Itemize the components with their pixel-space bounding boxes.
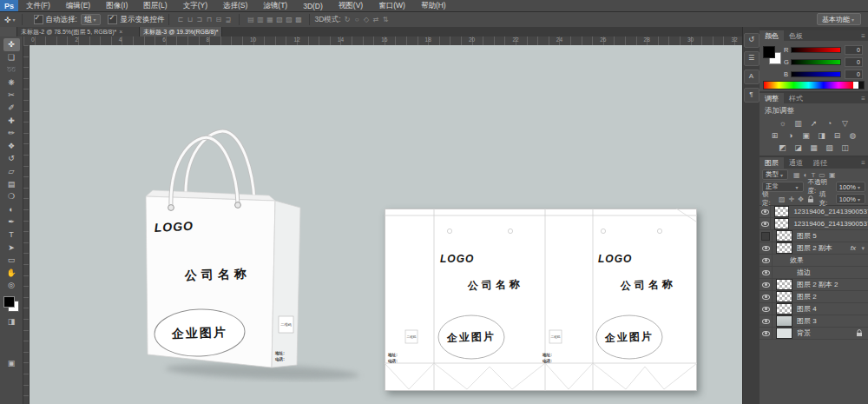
layer-thumbnail[interactable] <box>776 315 792 327</box>
filter-type-dropdown[interactable]: 类型 ▾ <box>762 169 788 180</box>
lasso-tool[interactable]: ➿ <box>3 63 20 76</box>
visibility-cell[interactable] <box>760 255 773 266</box>
auto-select-checkbox[interactable] <box>34 15 43 24</box>
layer-thumbnail[interactable] <box>776 303 792 315</box>
color-balance-icon[interactable]: ◑ <box>785 131 796 140</box>
distribute-right-icon[interactable]: ▩ <box>293 16 303 23</box>
eye-hidden-box[interactable] <box>761 232 770 241</box>
vertical-ruler[interactable] <box>23 45 30 404</box>
menu-item[interactable]: 编辑(E) <box>58 1 98 11</box>
eye-icon[interactable] <box>762 307 770 312</box>
menu-item[interactable]: 图层(L) <box>135 1 174 11</box>
eye-icon[interactable] <box>761 222 769 227</box>
menu-item[interactable]: 窗口(W) <box>371 1 413 11</box>
paragraph-panel-icon[interactable]: ¶ <box>744 88 760 103</box>
distribute-top-icon[interactable]: ▤ <box>246 16 255 23</box>
layer-thumbnail[interactable] <box>776 230 792 242</box>
eye-icon[interactable] <box>762 295 770 300</box>
threshold-icon[interactable]: ▦ <box>808 143 819 152</box>
layer-thumbnail[interactable] <box>774 206 789 217</box>
red-value-field[interactable]: 0 <box>845 45 863 55</box>
dodge-tool[interactable]: ◐ <box>3 203 20 216</box>
menu-item[interactable]: 视图(V) <box>331 1 371 11</box>
visibility-cell[interactable] <box>760 267 773 278</box>
selective-color-icon[interactable]: ◫ <box>839 143 851 152</box>
rainbow-ramp[interactable] <box>764 82 853 89</box>
layer-thumbnail[interactable] <box>776 291 792 302</box>
layer-row[interactable]: 12319406_21413900537… <box>760 218 868 230</box>
menu-item[interactable]: 滤镜(T) <box>255 1 295 11</box>
gradient-map-icon[interactable]: ▨ <box>824 143 835 152</box>
curves-icon[interactable]: ➚ <box>808 119 819 128</box>
menu-item[interactable]: 帮助(H) <box>413 1 454 11</box>
exposure-icon[interactable]: ◔ <box>824 119 835 128</box>
tab-adjustments[interactable]: 调整 <box>760 93 784 103</box>
visibility-cell[interactable] <box>760 328 773 339</box>
align-middle-icon[interactable]: ⊟ <box>214 16 223 23</box>
document-tab-1[interactable]: 未标题-2 @ 78.5%(图层 5, RGB/8)* × <box>17 27 140 36</box>
move-tool[interactable]: ✜ <box>3 38 20 51</box>
tab-paths[interactable]: 路径 <box>808 157 832 169</box>
color-spectrum-ramp[interactable] <box>763 81 865 89</box>
lock-position-icon[interactable]: ✥ <box>798 195 804 203</box>
history-brush-tool[interactable]: ↺ <box>3 152 20 165</box>
layer-row[interactable]: 12319406_21413900537… <box>760 206 868 218</box>
blur-tool[interactable]: ❍ <box>3 190 20 203</box>
crop-tool[interactable]: ✂ <box>3 89 20 102</box>
black-swatch[interactable] <box>858 82 864 89</box>
black-white-icon[interactable]: ▣ <box>800 131 812 140</box>
layer-thumbnail[interactable] <box>776 242 792 254</box>
panel-menu-icon[interactable]: ≡ <box>861 30 868 41</box>
eye-icon[interactable] <box>762 246 770 251</box>
type-tool[interactable]: T <box>3 228 20 242</box>
foreground-color-swatch[interactable] <box>3 296 15 308</box>
posterize-icon[interactable]: ◪ <box>792 143 804 152</box>
lock-all-icon[interactable] <box>807 195 814 203</box>
brightness-contrast-icon[interactable]: ☼ <box>777 119 788 128</box>
3d-scale-icon[interactable]: ⇅ <box>381 16 391 23</box>
filter-pixel-layers-icon[interactable]: ▦ <box>793 171 800 179</box>
path-selection-tool[interactable]: ➤ <box>3 242 20 255</box>
brush-tool[interactable]: ✏ <box>3 127 20 140</box>
menu-item[interactable]: 文件(F) <box>18 1 58 11</box>
quick-selection-tool[interactable]: ❋ <box>3 76 20 89</box>
eye-icon[interactable] <box>762 319 770 324</box>
menu-item[interactable]: 图像(I) <box>98 1 135 11</box>
auto-select-dropdown[interactable]: 组 ▾ <box>81 14 102 25</box>
layer-row[interactable]: 图层 2 <box>760 291 868 303</box>
properties-panel-icon[interactable]: ☰ <box>744 51 760 66</box>
tab-swatches[interactable]: 色板 <box>784 30 808 41</box>
visibility-cell[interactable] <box>760 206 771 217</box>
green-value-field[interactable]: 0 <box>845 57 863 67</box>
spot-healing-tool[interactable]: ✚ <box>3 115 20 128</box>
align-right-icon[interactable]: ⊐ <box>194 16 204 23</box>
invert-icon[interactable]: ◩ <box>777 143 788 152</box>
photoshop-logo[interactable]: Ps <box>0 0 18 11</box>
distribute-middle-icon[interactable]: ▥ <box>255 16 265 23</box>
layer-row[interactable]: 描边 <box>760 267 868 279</box>
show-transform-checkbox[interactable] <box>108 15 117 24</box>
layer-row[interactable]: 图层 5 <box>760 230 868 242</box>
layer-thumbnail[interactable] <box>776 279 792 290</box>
visibility-cell[interactable] <box>760 279 773 290</box>
layer-thumbnail[interactable] <box>774 218 789 229</box>
lock-transparent-icon[interactable]: ▨ <box>779 195 786 203</box>
canvas-area[interactable]: LOGO 公司名称 企业图片 二维码 地址: 电话: <box>30 45 742 404</box>
tab-color[interactable]: 颜色 <box>760 30 784 41</box>
3d-slide-icon[interactable]: ⇄ <box>372 16 381 23</box>
vibrance-icon[interactable]: ▽ <box>839 119 851 128</box>
hand-tool[interactable]: ✋ <box>3 267 20 280</box>
blue-value-field[interactable]: 0 <box>845 70 863 79</box>
visibility-cell[interactable] <box>760 218 771 229</box>
screen-mode-icon[interactable]: ▣ <box>3 359 20 368</box>
fx-collapse-icon[interactable]: ▾ <box>861 245 865 252</box>
eye-icon[interactable] <box>762 282 770 288</box>
layer-row[interactable]: 效果 <box>760 255 868 267</box>
eyedropper-tool[interactable]: ✐ <box>3 102 20 115</box>
visibility-cell[interactable] <box>760 291 773 302</box>
levels-icon[interactable]: ▥ <box>792 119 804 128</box>
red-slider[interactable] <box>791 47 841 53</box>
distribute-left-icon[interactable]: ▧ <box>274 16 284 23</box>
align-bottom-icon[interactable]: ⊒ <box>223 16 233 23</box>
fx-badge[interactable]: fx <box>851 244 856 252</box>
